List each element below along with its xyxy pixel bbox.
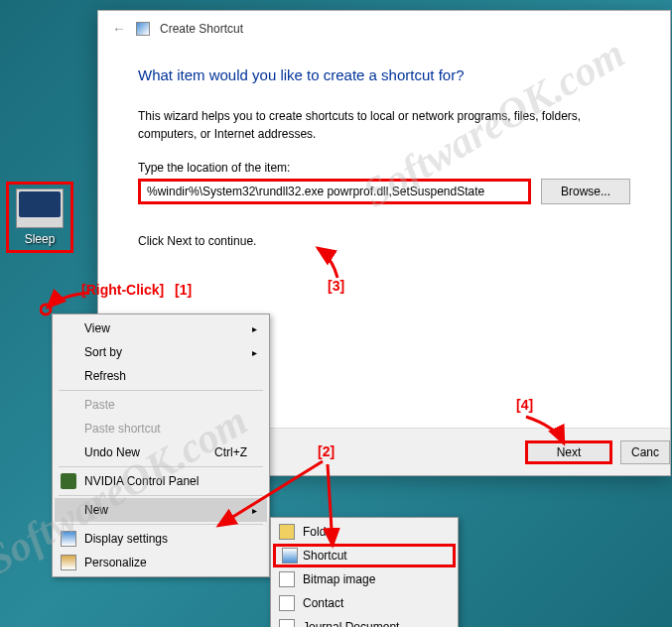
annotation-4: [4] xyxy=(516,397,533,413)
shortcut-wizard-icon xyxy=(136,22,150,36)
menu-separator xyxy=(59,524,263,525)
menu-item-undo-new[interactable]: Undo NewCtrl+Z xyxy=(55,440,267,464)
menu-item-paste: Paste xyxy=(55,393,267,417)
cancel-button[interactable]: Canc xyxy=(620,440,670,464)
chevron-right-icon: ▸ xyxy=(252,505,257,516)
journal-icon xyxy=(279,619,295,627)
chevron-right-icon: ▸ xyxy=(252,347,257,358)
contact-icon xyxy=(279,595,295,611)
monitor-icon xyxy=(16,188,64,228)
menu-separator xyxy=(59,390,263,391)
menu-item-personalize[interactable]: Personalize xyxy=(55,551,267,574)
new-submenu: Folder Shortcut Bitmap image Contact Jou… xyxy=(270,517,459,627)
desktop-icon-label: Sleep xyxy=(11,232,68,246)
folder-icon xyxy=(279,524,295,540)
dialog-heading: What item would you like to create a sho… xyxy=(138,66,630,83)
dialog-body: What item would you like to create a sho… xyxy=(98,47,670,288)
continue-text: Click Next to continue. xyxy=(138,232,630,250)
menu-item-view[interactable]: View▸ xyxy=(55,316,267,340)
annotation-1: [1] xyxy=(175,282,192,298)
personalize-icon xyxy=(61,555,76,570)
menu-item-sort-by[interactable]: Sort by▸ xyxy=(55,340,267,364)
location-input[interactable] xyxy=(138,179,531,204)
nvidia-icon xyxy=(61,473,76,489)
display-icon xyxy=(61,531,76,547)
browse-button[interactable]: Browse... xyxy=(541,179,630,204)
submenu-item-bitmap[interactable]: Bitmap image xyxy=(273,567,456,591)
annotation-2: [2] xyxy=(318,443,335,459)
menu-item-nvidia[interactable]: NVIDIA Control Panel xyxy=(55,469,267,493)
bitmap-icon xyxy=(279,571,295,587)
dialog-title: Create Shortcut xyxy=(160,22,243,36)
input-row: Browse... xyxy=(138,179,630,204)
desktop-context-menu: View▸ Sort by▸ Refresh Paste Paste short… xyxy=(52,314,270,577)
menu-separator xyxy=(59,495,263,496)
desktop-sleep-shortcut[interactable]: Sleep xyxy=(6,182,73,253)
next-button[interactable]: Next xyxy=(525,440,612,464)
svg-point-1 xyxy=(41,305,51,314)
annotation-3: [3] xyxy=(328,278,344,294)
submenu-item-shortcut[interactable]: Shortcut xyxy=(273,544,456,567)
menu-item-paste-shortcut: Paste shortcut xyxy=(55,417,267,440)
annotation-right-click: [Right-Click] xyxy=(81,282,164,298)
location-input-label: Type the location of the item: xyxy=(138,161,630,175)
submenu-item-journal[interactable]: Journal Document xyxy=(273,615,456,627)
submenu-item-contact[interactable]: Contact xyxy=(273,591,456,615)
menu-item-new[interactable]: New▸ xyxy=(55,498,267,522)
chevron-right-icon: ▸ xyxy=(252,323,257,334)
shortcut-icon xyxy=(282,548,298,564)
back-arrow-icon[interactable]: ← xyxy=(112,21,126,37)
menu-separator xyxy=(59,466,263,467)
submenu-item-folder[interactable]: Folder xyxy=(273,520,456,544)
dialog-description: This wizard helps you to create shortcut… xyxy=(138,107,630,143)
menu-item-display-settings[interactable]: Display settings xyxy=(55,527,267,551)
menu-item-refresh[interactable]: Refresh xyxy=(55,364,267,388)
dialog-header: ← Create Shortcut xyxy=(98,11,670,47)
